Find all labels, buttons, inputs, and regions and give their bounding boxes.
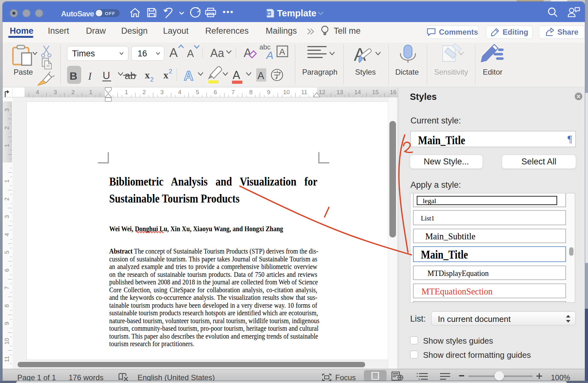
svg-text:I: I [88,71,92,82]
svg-text:A: A [169,46,178,60]
svg-text:Aa: Aa [210,47,224,60]
svg-text:U: U [103,70,110,81]
svg-text:A: A [244,46,252,60]
svg-text:x: x [145,69,150,81]
svg-text:W: W [268,12,271,15]
svg-text:x: x [163,69,168,81]
svg-text:A: A [187,48,194,59]
svg-text:2: 2 [169,68,172,75]
svg-text:A: A [279,47,285,57]
svg-text:B: B [70,70,77,82]
svg-text:A: A [184,68,193,83]
svg-text:A: A [257,70,264,81]
svg-text:2: 2 [150,76,154,83]
svg-text:A: A [233,69,240,82]
svg-text:A: A [266,49,274,61]
